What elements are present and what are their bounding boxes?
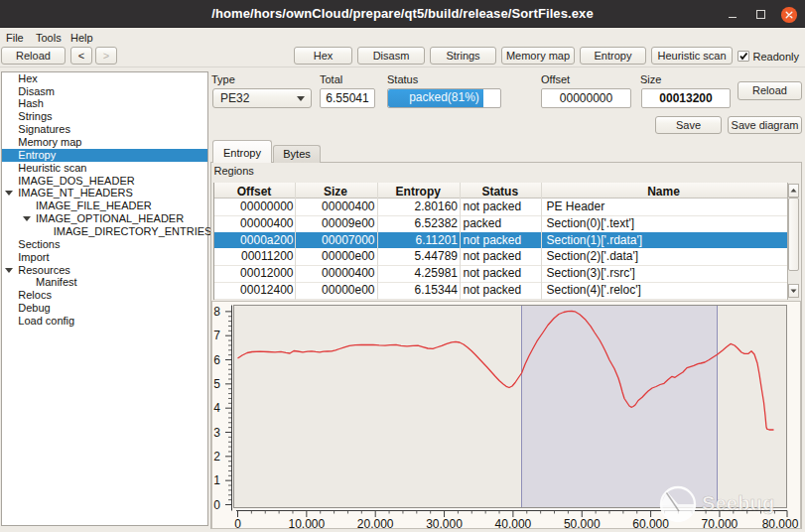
svg-text:80.000: 80.000: [762, 517, 799, 529]
svg-text:70.000: 70.000: [702, 517, 738, 529]
svg-text:8: 8: [213, 305, 220, 319]
svg-text:7: 7: [213, 329, 220, 342]
svg-text:20.000: 20.000: [357, 517, 394, 529]
svg-text:5: 5: [213, 377, 220, 391]
svg-text:0: 0: [234, 517, 241, 529]
svg-text:6: 6: [213, 353, 220, 367]
svg-text:4: 4: [213, 401, 220, 415]
svg-text:30.000: 30.000: [426, 517, 463, 529]
svg-text:1: 1: [213, 473, 220, 487]
svg-text:60.000: 60.000: [632, 517, 669, 529]
svg-text:50.000: 50.000: [564, 517, 601, 529]
svg-text:Seebug: Seebug: [702, 492, 774, 514]
svg-text:2: 2: [213, 450, 220, 464]
svg-text:0: 0: [213, 498, 220, 512]
svg-text:10.000: 10.000: [288, 517, 325, 529]
svg-text:40.000: 40.000: [495, 517, 532, 529]
svg-text:3: 3: [213, 426, 220, 440]
